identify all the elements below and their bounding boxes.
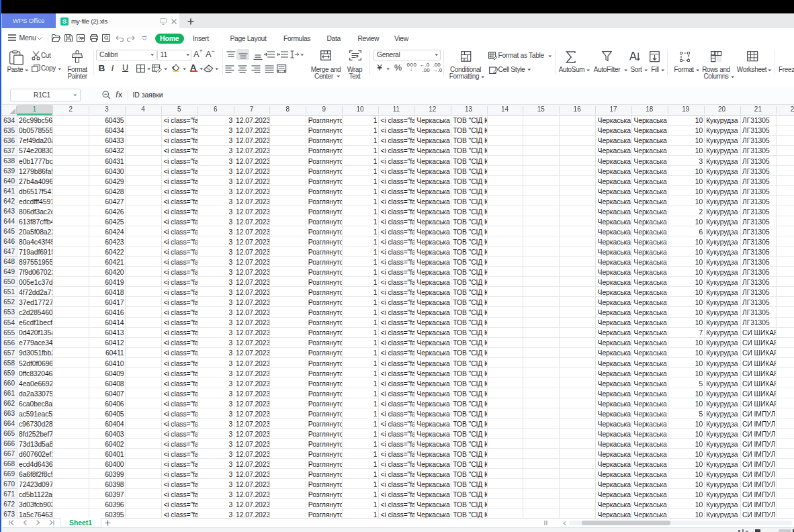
svg-text:P: P	[81, 36, 85, 41]
